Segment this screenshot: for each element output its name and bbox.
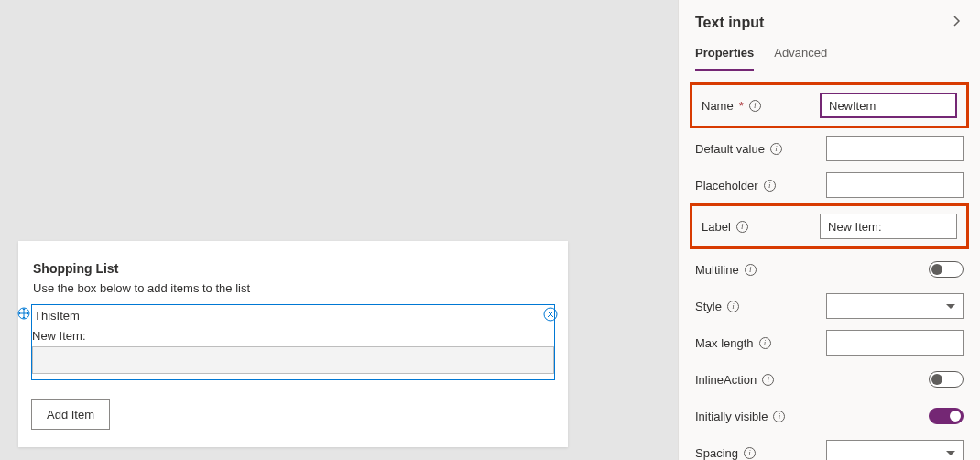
- delete-icon[interactable]: [543, 307, 558, 322]
- label-initially-visible: Initially visible i: [695, 410, 785, 423]
- selection-outline[interactable]: ThisItem New Item:: [31, 304, 555, 380]
- info-icon[interactable]: i: [744, 447, 756, 459]
- panel-header: Text input: [679, 0, 980, 40]
- label-multiline: Multiline i: [695, 263, 757, 277]
- row-spacing: Spacing i: [690, 434, 969, 460]
- required-asterisk: *: [739, 99, 744, 113]
- selection-handle-bar[interactable]: ThisItem: [32, 305, 554, 325]
- label-input[interactable]: [820, 214, 957, 239]
- canvas-area: Shopping List Use the box below to add i…: [0, 0, 659, 460]
- tab-advanced[interactable]: Advanced: [774, 40, 827, 71]
- name-input[interactable]: [820, 93, 957, 118]
- label-style: Style i: [695, 300, 739, 313]
- tab-bar: Properties Advanced: [679, 40, 980, 71]
- info-icon[interactable]: i: [762, 374, 774, 386]
- chevron-right-icon[interactable]: [951, 15, 964, 31]
- info-icon[interactable]: i: [745, 264, 757, 276]
- row-inline-action: InlineAction i: [690, 361, 969, 398]
- spacing-dropdown[interactable]: [826, 440, 964, 460]
- style-dropdown[interactable]: [826, 293, 964, 319]
- info-icon[interactable]: i: [764, 180, 776, 192]
- row-name: Name* i: [696, 87, 963, 124]
- tab-properties[interactable]: Properties: [695, 40, 754, 71]
- info-icon[interactable]: i: [727, 301, 739, 312]
- info-icon[interactable]: i: [749, 100, 761, 112]
- field-label: New Item:: [32, 325, 554, 346]
- inline-action-toggle[interactable]: [929, 371, 964, 388]
- panel-title: Text input: [695, 15, 764, 31]
- row-initially-visible: Initially visible i: [690, 398, 969, 434]
- card-subtitle: Use the box below to add items to the li…: [18, 281, 568, 304]
- max-length-input[interactable]: [826, 330, 964, 356]
- row-default-value: Default value i: [690, 130, 969, 167]
- row-multiline: Multiline i: [690, 251, 969, 288]
- add-item-button-label: Add Item: [47, 408, 94, 422]
- info-icon[interactable]: i: [770, 143, 782, 155]
- selection-label: ThisItem: [34, 309, 80, 323]
- row-style: Style i: [690, 288, 969, 324]
- text-input-preview[interactable]: [32, 346, 554, 374]
- placeholder-input[interactable]: [826, 172, 964, 198]
- initially-visible-toggle[interactable]: [929, 408, 964, 424]
- move-icon[interactable]: [17, 307, 30, 320]
- label-max-length: Max length i: [695, 336, 771, 350]
- label-inline-action: InlineAction i: [695, 373, 774, 387]
- row-label: Label i: [696, 208, 963, 245]
- label-spacing: Spacing i: [695, 446, 756, 460]
- card-title: Shopping List: [18, 241, 568, 281]
- properties-body: Name* i Default value i Placeholder i: [679, 71, 980, 460]
- info-icon[interactable]: i: [773, 411, 785, 422]
- highlight-label-row: Label i: [690, 203, 969, 249]
- info-icon[interactable]: i: [736, 221, 748, 233]
- properties-panel: Text input Properties Advanced Name* i D…: [678, 0, 980, 460]
- multiline-toggle[interactable]: [929, 261, 964, 278]
- label-label: Label i: [702, 220, 748, 234]
- row-placeholder: Placeholder i: [690, 167, 969, 203]
- card-shopping-list: Shopping List Use the box below to add i…: [18, 241, 568, 447]
- row-max-length: Max length i: [690, 324, 969, 361]
- highlight-name-row: Name* i: [690, 82, 969, 128]
- info-icon[interactable]: i: [759, 337, 771, 349]
- label-placeholder: Placeholder i: [695, 179, 776, 192]
- label-default-value: Default value i: [695, 142, 782, 156]
- add-item-button[interactable]: Add Item: [31, 399, 110, 430]
- default-value-input[interactable]: [826, 136, 964, 161]
- label-name: Name* i: [702, 99, 761, 113]
